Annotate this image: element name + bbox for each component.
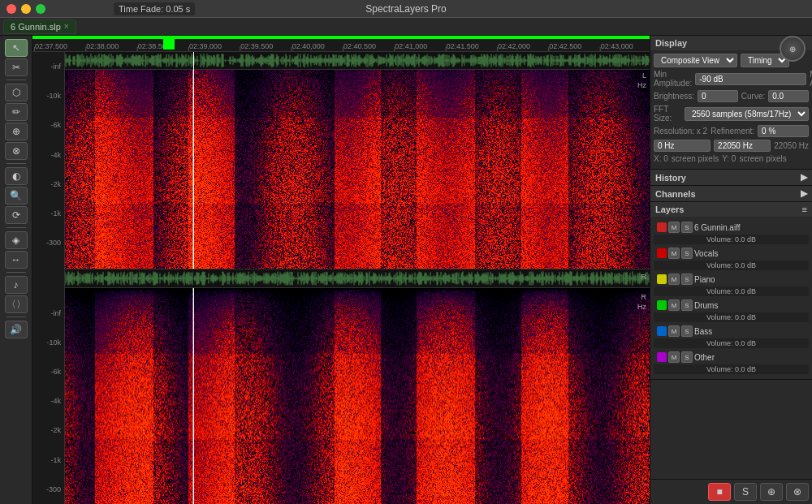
y-unit: screen pixels <box>739 154 786 163</box>
layer-mute-piano[interactable]: M <box>668 274 680 285</box>
nav-compass[interactable]: ⊕ <box>780 36 806 62</box>
layer-color-bass <box>657 326 667 336</box>
y-label-1k: -1k <box>50 209 61 218</box>
layer-mute-drums[interactable]: M <box>668 299 680 311</box>
layer-name-vocals: Vocals <box>694 249 806 258</box>
layer-item-6gunnin: M S 6 Gunnin.aiff Volume: 0.0 dB <box>654 220 809 244</box>
spec-top-canvas <box>65 52 650 269</box>
speaker-tool[interactable]: 🔊 <box>5 321 28 338</box>
amplitude-row: Min Amplitude: Max Amplitude: <box>654 70 809 88</box>
minimize-button[interactable] <box>21 4 31 14</box>
y-label-1k-2: -1k <box>50 456 61 464</box>
layer-volume-piano: Volume: 0.0 dB <box>654 286 809 296</box>
layer-name-drums: Drums <box>694 301 806 310</box>
layer-name-other: Other <box>694 353 806 362</box>
subtract-tool[interactable]: ⊗ <box>5 142 28 160</box>
lasso-tool[interactable]: ⬡ <box>5 84 28 101</box>
panel-bottom-buttons: ■ S ⊕ ⊗ <box>650 479 812 504</box>
spectrogram-bottom[interactable]: R Hz <box>65 288 650 505</box>
hz-label-bot: Hz <box>637 303 646 311</box>
layer-solo-other[interactable]: S <box>681 351 693 363</box>
layer-mute-6gunnin[interactable]: M <box>668 222 680 233</box>
layers-menu-icon[interactable]: ≡ <box>802 205 807 214</box>
cut-tool[interactable]: ✂ <box>5 58 28 76</box>
select-tool[interactable]: ↖ <box>5 39 28 57</box>
fullscreen-button[interactable] <box>36 4 45 14</box>
layer-solo-bass[interactable]: S <box>681 325 693 337</box>
channel-label-R: R <box>641 293 647 301</box>
heal-tool[interactable]: ◐ <box>5 167 28 185</box>
spectrogram-divider: R <box>65 269 650 288</box>
waveform-strip-top <box>65 52 650 70</box>
history-header[interactable]: History ▶ <box>650 170 812 185</box>
add-tool[interactable]: ⊕ <box>5 123 28 140</box>
layer-solo-6gunnin[interactable]: S <box>681 222 693 233</box>
rotate-tool[interactable]: ⟳ <box>5 206 28 224</box>
channel-label-R-top: R <box>641 273 647 281</box>
layer-solo-vocals[interactable]: S <box>681 248 693 259</box>
freq-min-input[interactable] <box>654 140 710 152</box>
toolbar-separator-2 <box>6 163 26 164</box>
panel-btn-2[interactable]: S <box>734 483 757 501</box>
layer-volume-vocals: Volume: 0.0 dB <box>654 261 809 270</box>
curve-input[interactable] <box>768 90 809 102</box>
snap-tool[interactable]: ◈ <box>5 231 28 249</box>
spectrogram-top[interactable]: L Hz <box>65 52 650 269</box>
refinement-input[interactable] <box>758 125 809 137</box>
toolbar: ↖ ✂ ⬡ ✏ ⊕ ⊗ ◐ 🔍 ⟳ ◈ ↔ ♪ 〈〉 🔊 <box>0 36 32 504</box>
fft-select[interactable]: 2560 samples (58ms/17Hz) <box>685 107 809 121</box>
center-area: -inf -10k -6k -4k -2k -1k -300 -inf -10k… <box>32 36 650 504</box>
layer-volume-other: Volume: 0.0 dB <box>654 364 809 374</box>
toolbar-separator-4 <box>6 272 26 273</box>
magnify-tool[interactable]: 🔍 <box>5 187 28 205</box>
file-tab[interactable]: 6 Gunnin.slp × <box>3 19 76 34</box>
freq-max-input[interactable] <box>714 140 771 152</box>
layers-title: Layers <box>655 205 684 214</box>
layer-mute-bass[interactable]: M <box>668 325 680 337</box>
min-amplitude-input[interactable] <box>695 73 806 85</box>
layer-solo-drums[interactable]: S <box>681 299 693 311</box>
toolbar-separator-1 <box>6 80 26 80</box>
freq-range-row: 22050 Hz <box>654 140 809 152</box>
channels-section: Channels ▶ <box>650 186 812 202</box>
history-section: History ▶ <box>650 170 812 186</box>
paint-tool[interactable]: ✏ <box>5 103 28 121</box>
fft-label: FFT Size: <box>654 105 681 123</box>
panel-btn-3[interactable]: ⊕ <box>760 483 783 501</box>
spec-bot-canvas <box>65 288 650 505</box>
main-layout: ↖ ✂ ⬡ ✏ ⊕ ⊗ ◐ 🔍 ⟳ ◈ ↔ ♪ 〈〉 🔊 -inf -10k <box>0 36 812 504</box>
curve-label: Curve: <box>741 92 765 101</box>
toolbar-separator-3 <box>6 227 26 228</box>
timeline-ruler[interactable] <box>32 36 650 52</box>
timeline-bar <box>32 36 650 39</box>
layer-mute-vocals[interactable]: M <box>668 248 680 259</box>
layer-name-bass: Bass <box>694 327 806 336</box>
freq-tool[interactable]: ♪ <box>5 276 28 294</box>
layers-header: Layers ≡ <box>650 202 812 217</box>
layer-volume-bass: Volume: 0.0 dB <box>654 338 809 348</box>
composite-view-select[interactable]: Composite View <box>654 54 737 67</box>
brightness-input[interactable] <box>698 90 738 102</box>
hz-label-top: Hz <box>637 81 646 89</box>
layer-color-6gunnin <box>657 222 667 232</box>
y-label-4k: -4k <box>50 151 61 159</box>
layer-solo-piano[interactable]: S <box>681 274 693 285</box>
close-button[interactable] <box>6 4 16 14</box>
channels-title: Channels <box>655 189 696 199</box>
layer-mute-other[interactable]: M <box>668 351 680 363</box>
tab-close-button[interactable]: × <box>64 22 69 31</box>
y-label-300: -300 <box>46 239 61 247</box>
spectrogram-area: -inf -10k -6k -4k -2k -1k -300 -inf -10k… <box>32 52 650 504</box>
nav-widget-container: ⊕ <box>780 36 806 62</box>
envelope-tool[interactable]: 〈〉 <box>5 295 28 313</box>
resolution-label: Resolution: x 2 <box>654 127 707 136</box>
channels-header[interactable]: Channels ▶ <box>650 186 812 201</box>
channel-label-L: L <box>642 71 646 80</box>
panel-btn-4[interactable]: ⊗ <box>786 483 809 501</box>
layer-color-drums <box>657 300 667 310</box>
panel-btn-1[interactable]: ■ <box>708 483 731 501</box>
tab-filename: 6 Gunnin.slp <box>11 22 61 32</box>
stretch-tool[interactable]: ↔ <box>5 251 28 269</box>
history-title: History <box>655 173 686 183</box>
display-title: Display <box>655 38 687 48</box>
